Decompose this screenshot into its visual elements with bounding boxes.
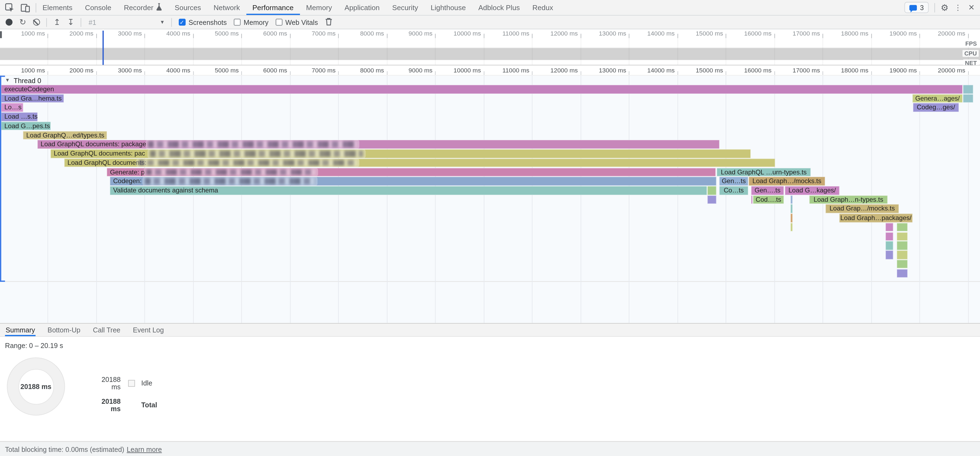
flame-bar-load-graphq-ed-types-ts[interactable]: Load GraphQ…ed/types.ts	[23, 131, 107, 140]
record-button[interactable]	[6, 19, 13, 26]
flame-bar-block[interactable]	[791, 223, 792, 232]
overview-gridline	[145, 37, 145, 65]
flame-bar-block[interactable]	[791, 195, 792, 204]
flame-gridline	[145, 76, 145, 323]
flame-bar-block[interactable]	[886, 242, 893, 250]
tab-security[interactable]: Security	[386, 0, 425, 15]
flame-bar-load-g-kages[interactable]: Load G…kages/	[785, 186, 840, 195]
flame-bar-load-gra-hema-ts[interactable]: Load Gra…hema.ts	[2, 94, 64, 103]
flame-bar-block[interactable]	[886, 223, 893, 232]
flame-bar-load-graphql-urn-types-ts[interactable]: Load GraphQL …urn-types.ts	[717, 168, 811, 176]
flame-bar-block[interactable]	[886, 251, 893, 259]
flame-bar-load-graphql-documents-package[interactable]: Load GraphQL documents: package	[37, 140, 719, 149]
flame-bar-gen-ts[interactable]: Gen….ts	[751, 186, 784, 195]
ruler-tick-label: 3000 ms	[94, 67, 142, 74]
flame-bar-block[interactable]	[707, 186, 716, 195]
checkbox-web-vitals[interactable]: Web Vitals	[275, 18, 318, 26]
tab-network[interactable]: Network	[207, 0, 246, 15]
session-select[interactable]: #1	[89, 18, 159, 26]
flame-bar-load-s-ts[interactable]: Load …s.ts	[2, 113, 38, 121]
flame-bar-block[interactable]	[897, 223, 908, 232]
flame-bar-block[interactable]	[963, 94, 973, 103]
flame-bar-gen-ts[interactable]: Gen…ts	[719, 177, 748, 186]
flame-bar-block[interactable]	[897, 242, 908, 250]
flame-bar-block[interactable]	[963, 85, 973, 94]
tab-application[interactable]: Application	[338, 0, 386, 15]
flame-bar-block[interactable]	[791, 205, 792, 213]
flame-bar-block[interactable]	[897, 269, 908, 278]
tab-elements[interactable]: Elements	[37, 0, 79, 15]
overview-tick-label: 19000 ms	[869, 30, 917, 37]
flame-bar-generate-p[interactable]: Generate: p	[107, 168, 716, 176]
details-tab-event-log[interactable]: Event Log	[132, 324, 165, 336]
inspect-cursor-icon[interactable]	[5, 3, 14, 12]
flame-bar-genera-ages[interactable]: Genera…ages/	[912, 94, 963, 103]
flame-bar-load-graph-n-types-ts[interactable]: Load Graph…n-types.ts	[810, 195, 888, 204]
tab-performance[interactable]: Performance	[246, 0, 300, 15]
tab-adblock-plus[interactable]: Adblock Plus	[472, 0, 526, 15]
flame-bar-block[interactable]	[897, 232, 908, 241]
redacted-blurred-text	[147, 149, 366, 158]
settings-gear-icon[interactable]: ⚙	[940, 3, 948, 12]
flame-bar-co-ts[interactable]: Co…ts	[719, 186, 748, 195]
trash-icon[interactable]	[325, 17, 332, 27]
tab-label: Adblock Plus	[478, 4, 520, 11]
checkbox-box[interactable]	[275, 19, 282, 26]
flame-bar-block[interactable]	[707, 195, 716, 204]
flame-bar-cod-ts[interactable]: Cod….ts	[753, 195, 784, 204]
download-profile-icon[interactable]: ↧	[67, 18, 74, 26]
legend-swatch	[128, 380, 135, 386]
flame-gridline	[435, 76, 436, 323]
flame-bar-codegen[interactable]: Codegen:	[110, 177, 716, 186]
flame-bar-block[interactable]	[791, 214, 792, 222]
close-icon[interactable]: ×	[969, 2, 974, 13]
overview-gridline	[677, 37, 678, 65]
tab-console[interactable]: Console	[79, 0, 118, 15]
learn-more-link[interactable]: Learn more	[127, 445, 162, 453]
details-tab-call-tree[interactable]: Call Tree	[92, 324, 121, 336]
checkbox-box[interactable]: ✓	[178, 19, 185, 26]
device-toolbar-icon[interactable]	[21, 3, 30, 12]
details-tab-bottom-up[interactable]: Bottom-Up	[47, 324, 81, 336]
tab-recorder[interactable]: Recorder	[118, 0, 169, 15]
upload-profile-icon[interactable]: ↥	[54, 18, 60, 26]
tab-label: Memory	[306, 4, 332, 11]
tab-lighthouse[interactable]: Lighthouse	[425, 0, 472, 15]
flame-bar-lo-s[interactable]: Lo…s	[2, 103, 23, 112]
tab-sources[interactable]: Sources	[169, 0, 207, 15]
flame-bar-load-graph-mocks-ts[interactable]: Load Graph…/mocks.ts	[749, 177, 825, 186]
flame-chart[interactable]: ▼ Thread 0 executeCodegenLoad Gra…hema.t…	[0, 76, 980, 323]
flame-bar-load-graphql-documents[interactable]: Load GraphQL documents:	[64, 159, 775, 167]
divider	[934, 3, 935, 12]
checkbox-memory[interactable]: Memory	[234, 18, 268, 26]
thread-header[interactable]: ▼ Thread 0	[5, 76, 41, 85]
ruler-tick-label: 6000 ms	[240, 67, 287, 74]
flame-bar-codeg-ges[interactable]: Codeg…ges/	[913, 103, 959, 112]
flame-bar-load-graphql-documents-pac[interactable]: Load GraphQL documents: pac	[51, 149, 751, 158]
clear-recordings-icon[interactable]	[33, 19, 40, 26]
timeline-overview[interactable]: 1000 ms2000 ms3000 ms4000 ms5000 ms6000 …	[0, 29, 980, 66]
overview-gridline	[338, 37, 339, 65]
flame-bar-block[interactable]	[751, 195, 752, 204]
checkbox-screenshots[interactable]: ✓Screenshots	[178, 18, 227, 26]
kebab-menu-icon[interactable]: ⋮	[954, 4, 961, 11]
details-tab-summary[interactable]: Summary	[5, 324, 35, 336]
overview-gridline	[871, 37, 872, 65]
flame-bar-load-g-pes-ts[interactable]: Load G…pes.ts	[2, 122, 51, 130]
chevron-down-icon[interactable]: ▼	[160, 19, 165, 25]
flame-bar-load-grap-mocks-ts[interactable]: Load Grap…/mocks.ts	[826, 205, 899, 213]
collapse-triangle-icon[interactable]: ▼	[5, 77, 10, 83]
flame-bar-block[interactable]	[897, 260, 908, 269]
track-bottom-line	[0, 281, 980, 282]
flame-bar-executecodegen[interactable]: executeCodegen	[2, 85, 963, 94]
tab-redux[interactable]: Redux	[526, 0, 560, 15]
reload-and-record-icon[interactable]: ↻	[19, 18, 26, 26]
tab-memory[interactable]: Memory	[300, 0, 338, 15]
flame-bar-block[interactable]	[886, 232, 893, 241]
flame-bar-load-graph-packages[interactable]: Load Graph…packages/	[840, 214, 912, 222]
legend-label: Idle	[142, 379, 153, 386]
flame-bar-block[interactable]	[897, 251, 908, 259]
checkbox-box[interactable]	[234, 19, 240, 26]
issues-badge-button[interactable]: 3	[904, 2, 929, 13]
flame-bar-validate-documents-against-schema[interactable]: Validate documents against schema	[110, 186, 707, 195]
